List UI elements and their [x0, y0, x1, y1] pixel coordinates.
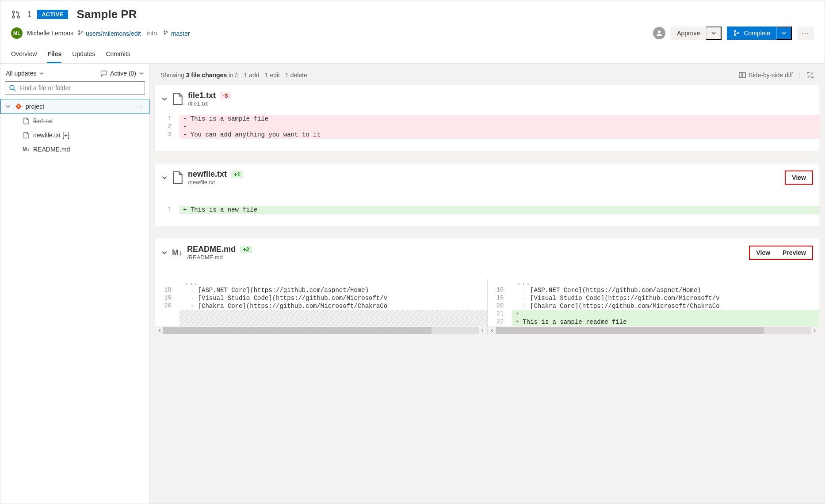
complete-button[interactable]: Complete — [727, 27, 776, 40]
diff-body: 1+ This is a new file — [155, 193, 819, 226]
tree-file-label: file1.txt — [33, 117, 53, 125]
diff-right-pane: ... 18 - [ASP.NET Core](https://github.c… — [488, 279, 820, 335]
tab-overview[interactable]: Overview — [11, 46, 37, 63]
file-icon — [172, 92, 183, 106]
file-search-box[interactable] — [5, 81, 145, 95]
scroll-left-icon[interactable]: ‹ — [158, 327, 161, 334]
collapse-button[interactable] — [161, 96, 168, 102]
diff-line-added[interactable]: + This is a sample readme file — [512, 318, 820, 326]
scroll-right-icon[interactable]: › — [813, 327, 817, 334]
fullscreen-button[interactable] — [807, 72, 814, 79]
source-branch[interactable]: users/milemons/edit — [78, 30, 141, 37]
author-avatar[interactable]: ML — [11, 27, 23, 39]
pr-number: 1 — [27, 9, 32, 19]
diff-line-context[interactable]: - [ASP.NET Core](https://github.com/aspn… — [180, 286, 487, 294]
preview-button[interactable]: Preview — [776, 246, 812, 259]
annotation-highlight: View — [785, 171, 813, 185]
svg-point-8 — [167, 31, 168, 32]
scroll-right-icon[interactable]: › — [481, 327, 484, 334]
more-icon: ··· — [802, 30, 810, 37]
changes-summary: Showing 3 file changes in /: 1 add 1 edi… — [160, 72, 307, 79]
markdown-icon: M↓ — [23, 146, 30, 152]
diff-line-added[interactable]: + — [512, 310, 820, 318]
file-card: M↓ README.md +2 /README.md View Preview — [155, 239, 819, 335]
approve-button-group: Approve — [671, 27, 722, 40]
collapse-button[interactable] — [161, 174, 168, 181]
chevron-down-icon — [711, 30, 716, 36]
file-icon — [23, 117, 30, 125]
tree-file-added[interactable]: newfile.txt [+] — [0, 128, 149, 142]
svg-point-3 — [79, 30, 80, 31]
diff-line-context[interactable]: - [Chakra Core](https://github.com/Micro… — [512, 302, 820, 310]
file-name: newfile.txt — [188, 170, 227, 179]
repo-icon — [15, 103, 22, 110]
diff-body: 1- This is a sample file 2- 3- You can a… — [155, 115, 819, 151]
complete-button-group: Complete — [727, 27, 792, 40]
diff-line-empty — [180, 310, 487, 318]
file-path: /newfile.txt — [188, 179, 243, 186]
svg-point-9 — [658, 30, 661, 33]
author-name[interactable]: Michelle Lemons — [27, 30, 73, 37]
diff-line-context[interactable]: - [Chakra Core](https://github.com/Micro… — [180, 302, 487, 310]
file-name: README.md — [187, 245, 236, 254]
diff-body-split: ... 18 - [ASP.NET Core](https://github.c… — [155, 269, 819, 335]
reviewer-avatar[interactable] — [653, 27, 665, 39]
annotation-highlight: View Preview — [749, 246, 813, 260]
tree-root-label: project — [26, 103, 44, 110]
updates-dropdown[interactable]: All updates — [6, 70, 44, 77]
svg-rect-13 — [101, 71, 107, 75]
svg-point-11 — [734, 34, 736, 36]
svg-point-2 — [17, 16, 19, 18]
expand-icon — [807, 72, 814, 79]
diff-line-deleted[interactable]: - — [180, 123, 819, 131]
view-button[interactable]: View — [750, 246, 776, 259]
comment-icon — [100, 70, 107, 77]
approve-chevron-button[interactable] — [706, 27, 722, 40]
tree-file-deleted[interactable]: file1.txt — [0, 114, 149, 128]
side-by-side-icon — [739, 72, 746, 78]
more-actions-button[interactable]: ··· — [797, 27, 814, 40]
tree-file-label: newfile.txt [+] — [33, 132, 69, 139]
tab-updates[interactable]: Updates — [72, 46, 95, 63]
horizontal-scrollbar[interactable]: ‹ › — [488, 326, 820, 335]
diff-mode-toggle[interactable]: Side-by-side diff — [739, 72, 793, 79]
tree-more-button[interactable]: ··· — [137, 103, 145, 110]
diff-count-badge: +2 — [240, 246, 252, 253]
diff-line-context[interactable]: - [Visual Studio Code](https://github.co… — [180, 294, 487, 302]
tab-files[interactable]: Files — [47, 46, 61, 63]
diff-line-deleted[interactable]: - This is a sample file — [180, 115, 819, 123]
file-search-input[interactable] — [19, 84, 141, 91]
branch-icon — [78, 30, 85, 37]
svg-point-14 — [10, 85, 14, 90]
diff-line-empty — [180, 318, 487, 326]
svg-point-6 — [164, 30, 165, 31]
diff-line-context[interactable]: - [Visual Studio Code](https://github.co… — [512, 294, 820, 302]
view-button[interactable]: View — [786, 171, 812, 184]
scroll-left-icon[interactable]: ‹ — [490, 327, 494, 334]
svg-point-4 — [79, 34, 80, 35]
svg-point-1 — [12, 16, 15, 18]
chevron-down-icon — [39, 71, 44, 76]
diff-line-added[interactable]: + This is a new file — [180, 206, 819, 214]
horizontal-scrollbar[interactable]: ‹ › — [155, 326, 487, 335]
diff-line-deleted[interactable]: - You can add anything you want to it — [180, 131, 819, 139]
tree-file-modified[interactable]: M↓ README.md — [0, 142, 149, 156]
approve-button[interactable]: Approve — [671, 27, 706, 40]
file-name: file1.txt — [188, 91, 216, 100]
target-branch[interactable]: master — [163, 30, 190, 37]
comments-filter-dropdown[interactable]: Active (0) — [100, 70, 144, 77]
pr-tabs: Overview Files Updates Commits — [0, 46, 825, 64]
tree-file-label: README.md — [33, 146, 70, 153]
branch-icon — [163, 30, 170, 37]
diff-line-context[interactable]: - [ASP.NET Core](https://github.com/aspn… — [512, 286, 820, 294]
chevron-down-icon — [139, 71, 144, 76]
chevron-down-icon — [5, 104, 11, 109]
collapse-button[interactable] — [161, 250, 168, 256]
file-tree-sidebar: All updates Active (0) — [0, 64, 150, 504]
diff-left-pane: ... 18 - [ASP.NET Core](https://github.c… — [155, 279, 488, 335]
tab-commits[interactable]: Commits — [106, 46, 130, 63]
tree-root-project[interactable]: project ··· — [0, 99, 149, 114]
diff-content: Showing 3 file changes in /: 1 add 1 edi… — [150, 64, 825, 504]
svg-point-0 — [12, 11, 15, 13]
complete-chevron-button[interactable] — [776, 27, 792, 40]
